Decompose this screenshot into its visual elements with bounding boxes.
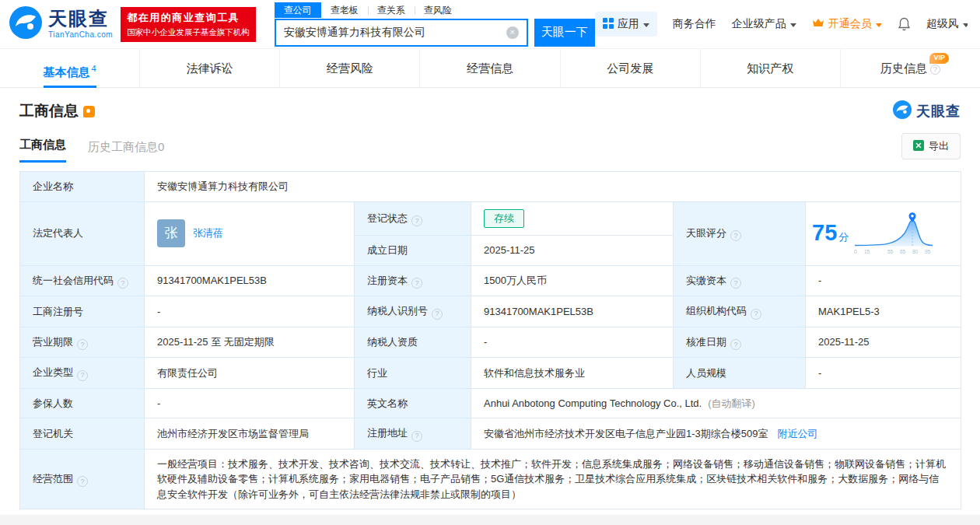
menu-business-cooperation[interactable]: 商务合作 [673,17,716,31]
help-icon[interactable]: ? [411,431,422,442]
field-value-establish-date: 2025-11-25 [471,236,674,266]
main-content: 工商信息 天眼查 工商信息 历史工商信息0 导出 [0,100,980,509]
nav-tab-basic-info[interactable]: 基本信息4 [0,49,139,87]
field-label-approval-date: 核准日期? [674,327,806,358]
field-label-text: 纳税人识别号 [367,305,428,317]
menu-super-risk[interactable]: 超级风 [926,17,968,31]
search-tab-risk[interactable]: 查风险 [415,2,461,18]
help-icon[interactable]: ? [751,309,761,320]
field-value-staff-size: - [806,358,961,389]
nearby-companies-link[interactable]: 附近公司 [777,428,817,439]
search-tab-company[interactable]: 查公司 [275,2,321,18]
header-menu: 应用 商务合作 企业级产品 开通会员 超级风 [595,12,968,37]
clear-icon[interactable]: × [506,26,519,39]
brand-slogan: 都在用的商业查询工具 国家中小企业发展子基金旗下机构 [121,7,256,42]
score-value: 75分 [812,216,849,250]
subtab-business-registration[interactable]: 工商信息 [19,138,66,163]
field-label-text: 实缴资本 [686,275,726,286]
field-label-english-name: 英文名称 [355,388,471,418]
help-icon[interactable]: ? [730,278,741,289]
page-bottom-strip [0,515,980,525]
nav-tab-history-info[interactable]: VIP 历史信息? [840,49,980,87]
field-label-paid-capital: 实缴资本? [674,265,806,296]
menu-open-vip-label: 开通会员 [828,17,872,31]
search-tab-relation[interactable]: 查关系 [368,2,415,18]
crown-icon [812,18,824,30]
field-value-reg-status: 存续 [471,201,674,236]
table-row: 企业名称 安徽安博通算力科技有限公司 [20,172,961,202]
field-value-taxpayer-id: 91341700MAK1PEL53B [471,296,674,327]
help-icon[interactable]: ? [77,476,88,487]
search-input[interactable] [276,20,506,45]
help-icon[interactable]: ? [730,230,741,241]
notification-bell-icon[interactable] [898,17,911,31]
history-info-help-icon[interactable]: ? [930,65,940,75]
help-icon[interactable]: ? [77,339,88,350]
table-row: 经营范围? 一般经营项目：技术服务、技术开发、技术咨询、技术交流、技术转让、技术… [20,449,961,509]
nav-tab-label: 基本信息 [44,65,90,79]
menu-enterprise-products[interactable]: 企业级产品 [732,17,796,31]
english-name-text: Anhui Anbotong Computing Technology Co.,… [484,397,702,409]
table-row: 工商注册号 - 纳税人识别号? 91341700MAK1PEL53B 组织机构代… [20,296,961,327]
field-label-insured-count: 参保人数 [20,388,145,418]
nav-tab-legal-proceedings[interactable]: 法律诉讼 [139,49,279,87]
help-icon[interactable]: ? [432,309,443,320]
watermark-text: 天眼查 [916,102,961,121]
field-label-text: 统一社会信用代码 [33,275,114,286]
nav-tab-company-development[interactable]: 公司发展 [560,49,700,87]
field-label-legal-rep: 法定代表人 [20,201,145,265]
field-value-business-scope: 一般经营项目：技术服务、技术开发、技术咨询、技术交流、技术转让、技术推广；软件开… [145,449,961,509]
export-button[interactable]: 导出 [901,133,961,159]
search-tab-boss[interactable]: 查老板 [321,2,368,18]
help-icon[interactable]: ? [730,339,741,350]
help-icon[interactable]: ? [117,278,128,289]
field-label-reg-number: 工商注册号 [20,296,145,327]
nav-tab-business-info[interactable]: 经营信息 [419,49,559,87]
search-area: 查公司 查老板 查关系 查风险 × 天眼一下 [275,2,595,47]
help-icon[interactable]: ? [411,278,422,289]
section-header: 工商信息 天眼查 [19,100,961,122]
svg-text:15: 15 [864,249,870,254]
help-icon[interactable]: ? [77,370,88,381]
svg-text:80: 80 [912,249,919,254]
field-label-establish-date: 成立日期 [355,236,471,266]
field-value-paid-capital: - [806,265,961,296]
auto-translate-note: (自动翻译) [708,397,755,409]
field-value-reg-number: - [145,296,355,327]
slogan-line-2: 国家中小企业发展子基金旗下机构 [127,27,250,38]
table-row: 企业类型? 有限责任公司 行业 软件和信息技术服务业 人员规模 - [20,358,961,389]
menu-apps[interactable]: 应用 [595,12,657,37]
subtab-history-business-registration[interactable]: 历史工商信息0 [88,140,164,163]
menu-open-vip[interactable]: 开通会员 [812,17,882,31]
svg-text:65: 65 [900,249,906,254]
tianyancha-logo-icon [893,100,912,122]
help-icon[interactable]: ? [411,215,422,226]
vip-badge: VIP [929,53,949,64]
export-button-label: 导出 [929,139,949,153]
legal-rep-link[interactable]: 张清蓓 [193,226,223,241]
search-box: × [275,19,528,47]
score-trend-chart: 0 15 55 65 80 95 [853,210,937,257]
score-unit: 分 [838,231,849,243]
field-label-text: 注册资本 [367,275,408,286]
field-value-org-code: MAK1PEL5-3 [806,296,961,327]
status-badge: 存续 [484,209,524,229]
table-row: 统一社会信用代码? 91341700MAK1PEL53B 注册资本? 1500万… [20,265,961,296]
avatar[interactable]: 张 [157,219,185,247]
nav-tab-label: 经营风险 [327,61,373,75]
nav-tab-label: 知识产权 [747,61,793,75]
field-value-reg-authority: 池州市经济开发区市场监督管理局 [145,418,355,450]
field-label-text: 营业期限 [33,336,73,348]
tianyancha-logo[interactable]: 天眼查 TianYanCha.com [9,6,113,42]
chevron-down-icon [643,23,649,27]
nav-tab-label: 公司发展 [607,61,653,75]
field-label-address: 注册地址? [355,418,471,450]
table-row: 参保人数 - 英文名称 Anhui Anbotong Computing Tec… [20,388,961,418]
slogan-line-1: 都在用的商业查询工具 [127,11,250,25]
search-button[interactable]: 天眼一下 [534,19,595,47]
nav-tab-label: 历史信息 [880,61,927,75]
field-value-english-name: Anhui Anbotong Computing Technology Co.,… [471,388,961,418]
field-value-company-name: 安徽安博通算力科技有限公司 [145,172,961,202]
nav-tab-operating-risk[interactable]: 经营风险 [279,49,419,87]
nav-tab-intellectual-property[interactable]: 知识产权 [700,49,840,87]
